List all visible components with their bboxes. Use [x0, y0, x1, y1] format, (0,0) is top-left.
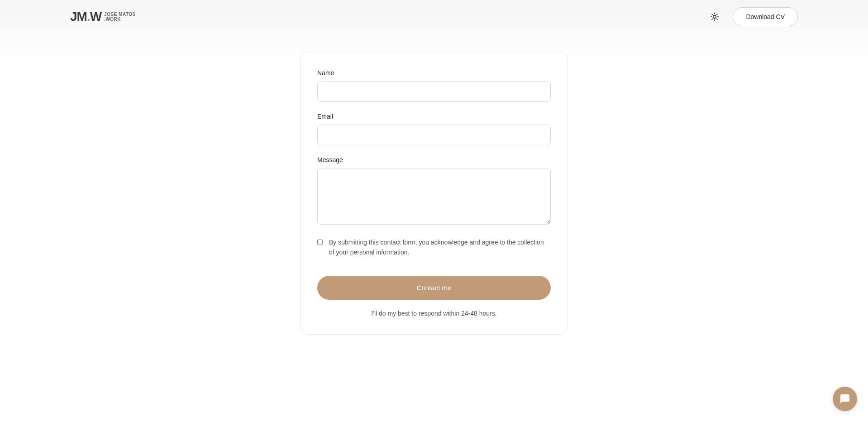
logo-text: JOSE MATOS .WORK — [104, 12, 136, 22]
contact-form-card: Name Email Message By submitting this co… — [300, 52, 568, 335]
email-label: Email — [317, 113, 551, 120]
name-field-group: Name — [317, 69, 551, 102]
chat-bubble-icon — [839, 393, 850, 404]
response-note: I'll do my best to respond within 24-48 … — [317, 310, 551, 317]
email-field-group: Email — [317, 113, 551, 145]
message-label: Message — [317, 156, 551, 163]
message-textarea[interactable] — [317, 168, 551, 225]
logo[interactable]: JM.W JOSE MATOS .WORK — [70, 10, 136, 24]
consent-checkbox[interactable] — [317, 240, 323, 245]
consent-text: By submitting this contact form, you ack… — [329, 237, 551, 258]
submit-button[interactable]: Contact me — [317, 276, 551, 300]
consent-row: By submitting this contact form, you ack… — [317, 237, 551, 258]
name-input[interactable] — [317, 81, 551, 102]
svg-line-4 — [717, 19, 717, 19]
logo-line2: .WORK — [104, 17, 136, 22]
svg-point-0 — [713, 15, 716, 19]
svg-line-8 — [717, 14, 717, 14]
logo-mark: JM.W — [70, 10, 101, 24]
email-input[interactable] — [317, 125, 551, 145]
page-header: JM.W JOSE MATOS .WORK Download CV — [0, 0, 868, 34]
main-content: Name Email Message By submitting this co… — [0, 34, 868, 335]
header-actions: Download CV — [706, 7, 798, 26]
download-cv-button[interactable]: Download CV — [733, 7, 798, 26]
theme-toggle-button[interactable] — [706, 8, 724, 26]
svg-line-7 — [712, 19, 712, 19]
sun-icon — [710, 12, 719, 21]
name-label: Name — [317, 69, 551, 77]
message-field-group: Message — [317, 156, 551, 226]
chat-widget-button[interactable] — [833, 387, 857, 411]
svg-line-3 — [712, 14, 712, 14]
logo-line1: JOSE MATOS — [104, 12, 136, 17]
